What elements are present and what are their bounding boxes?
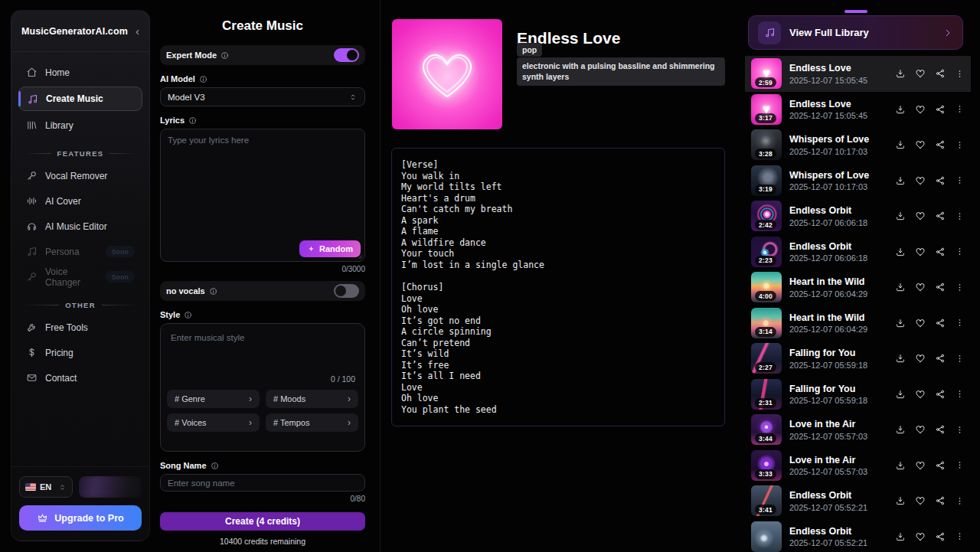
tempos-tag-button[interactable]: # Tempos › (266, 413, 358, 432)
lyrics-input[interactable] (161, 129, 364, 237)
share-icon[interactable] (935, 531, 946, 542)
more-options-icon[interactable] (955, 140, 965, 150)
like-icon[interactable] (915, 531, 926, 542)
library-row[interactable]: 3:19 Whispers of Love 2025-12-07 10:17:0… (745, 163, 971, 199)
share-icon[interactable] (935, 247, 946, 257)
like-icon[interactable] (915, 247, 926, 257)
download-icon[interactable] (895, 424, 906, 435)
download-icon[interactable] (895, 460, 906, 471)
like-icon[interactable] (915, 495, 926, 506)
more-options-icon[interactable] (955, 175, 965, 185)
like-icon[interactable] (915, 389, 926, 400)
library-row[interactable]: 2:42 Endless Orbit 2025-12-07 06:06:18 (745, 198, 971, 234)
collapse-sidebar-icon[interactable]: ‹ (136, 25, 139, 37)
share-icon[interactable] (935, 424, 946, 435)
share-icon[interactable] (935, 139, 946, 150)
style-input[interactable] (167, 324, 358, 373)
sidebar-item-home[interactable]: Home (18, 61, 142, 83)
like-icon[interactable] (915, 424, 926, 435)
more-options-icon[interactable] (955, 211, 965, 221)
share-icon[interactable] (935, 495, 946, 506)
sidebar-item-vocal-remover[interactable]: Vocal Remover (18, 165, 142, 187)
download-icon[interactable] (895, 211, 906, 221)
more-options-icon[interactable] (955, 496, 965, 506)
sidebar-item-ai-cover[interactable]: AI Cover (18, 190, 142, 212)
download-icon[interactable] (895, 389, 906, 400)
more-options-icon[interactable] (955, 104, 965, 114)
no-vocals-toggle[interactable] (334, 284, 359, 298)
more-options-icon[interactable] (955, 354, 965, 364)
like-icon[interactable] (915, 282, 926, 292)
voices-tag-button[interactable]: # Voices › (167, 413, 260, 432)
share-icon[interactable] (935, 318, 946, 328)
library-row[interactable]: 3:41 Endless Orbit 2025-12-07 05:52:21 (745, 483, 971, 519)
download-icon[interactable] (895, 139, 906, 150)
sidebar-item-ai-music-editor[interactable]: AI Music Editor (18, 215, 142, 237)
like-icon[interactable] (915, 139, 926, 150)
share-icon[interactable] (935, 104, 946, 115)
more-options-icon[interactable] (955, 69, 965, 79)
chevron-right-icon (942, 28, 953, 38)
library-row[interactable]: 2:27 Falling for You 2025-12-07 05:59:18 (745, 341, 971, 377)
more-options-icon[interactable] (955, 318, 965, 328)
download-icon[interactable] (895, 318, 906, 328)
library-row[interactable]: 2:23 Endless Orbit 2025-12-07 06:06:18 (745, 234, 971, 270)
library-row[interactable]: 3:28 Whispers of Love 2025-12-07 10:17:0… (745, 127, 971, 163)
more-options-icon[interactable] (955, 247, 965, 256)
like-icon[interactable] (915, 175, 926, 186)
library-row[interactable]: 3:44 Love in the Air 2025-12-07 05:57:03 (745, 412, 971, 448)
moods-tag-button[interactable]: # Moods › (266, 390, 358, 408)
library-row[interactable]: 3:33 Love in the Air 2025-12-07 05:57:03 (745, 448, 971, 484)
share-icon[interactable] (935, 282, 946, 292)
share-icon[interactable] (935, 389, 946, 400)
expert-mode-toggle[interactable] (334, 48, 359, 62)
random-lyrics-button[interactable]: Random (299, 240, 361, 257)
download-icon[interactable] (895, 247, 906, 257)
more-options-icon[interactable] (955, 283, 965, 292)
share-icon[interactable] (935, 460, 946, 471)
more-options-icon[interactable] (955, 389, 965, 399)
library-row[interactable]: 3:17 Endless Love 2025-12-07 15:05:45 (745, 92, 971, 128)
download-icon[interactable] (895, 104, 906, 115)
library-row[interactable]: 2:31 Falling for You 2025-12-07 05:59:18 (745, 377, 971, 413)
download-icon[interactable] (895, 68, 906, 79)
share-icon[interactable] (935, 175, 946, 186)
download-icon[interactable] (895, 353, 906, 364)
download-icon[interactable] (895, 175, 906, 186)
sidebar-item-contact[interactable]: Contact (18, 367, 142, 389)
like-icon[interactable] (915, 68, 926, 79)
song-name-input[interactable] (160, 474, 365, 492)
library-row[interactable]: Endless Orbit 2025-12-07 05:52:21 (745, 519, 971, 552)
library-row[interactable]: 2:59 Endless Love 2025-12-07 15:05:45 (745, 56, 971, 92)
sidebar-item-free-tools[interactable]: Free Tools (18, 316, 142, 338)
more-options-icon[interactable] (955, 460, 965, 470)
share-icon[interactable] (935, 68, 946, 79)
like-icon[interactable] (915, 460, 926, 471)
upgrade-to-pro-button[interactable]: Upgrade to Pro (19, 505, 142, 531)
sidebar-item-pricing[interactable]: Pricing (18, 341, 142, 364)
sidebar-item-label: Home (45, 67, 70, 78)
genre-tag-button[interactable]: # Genre › (167, 390, 260, 408)
language-selector[interactable]: EN (19, 476, 73, 498)
download-icon[interactable] (895, 531, 906, 542)
ai-model-select[interactable]: Model V3 (160, 87, 365, 106)
resize-handle-icon[interactable] (356, 253, 363, 260)
share-icon[interactable] (935, 211, 946, 221)
more-options-icon[interactable] (955, 425, 965, 435)
library-row[interactable]: 3:14 Heart in the Wild 2025-12-07 06:04:… (745, 305, 971, 341)
like-icon[interactable] (915, 104, 926, 115)
like-icon[interactable] (915, 353, 926, 364)
sidebar-item-library[interactable]: Library (18, 114, 142, 136)
sidebar-item-create-music[interactable]: Create Music (18, 87, 142, 111)
like-icon[interactable] (915, 318, 926, 328)
like-icon[interactable] (915, 211, 926, 221)
library-row[interactable]: 4:00 Heart in the Wild 2025-12-07 06:04:… (745, 269, 971, 305)
download-icon[interactable] (895, 495, 906, 506)
library-icon (26, 119, 38, 131)
more-options-icon[interactable] (955, 531, 965, 541)
song-name-label: Song Name (160, 461, 207, 470)
view-full-library-button[interactable]: View Full Library (748, 15, 963, 50)
download-icon[interactable] (895, 282, 906, 292)
create-button[interactable]: Create (4 credits) (160, 512, 365, 531)
share-icon[interactable] (935, 353, 946, 364)
